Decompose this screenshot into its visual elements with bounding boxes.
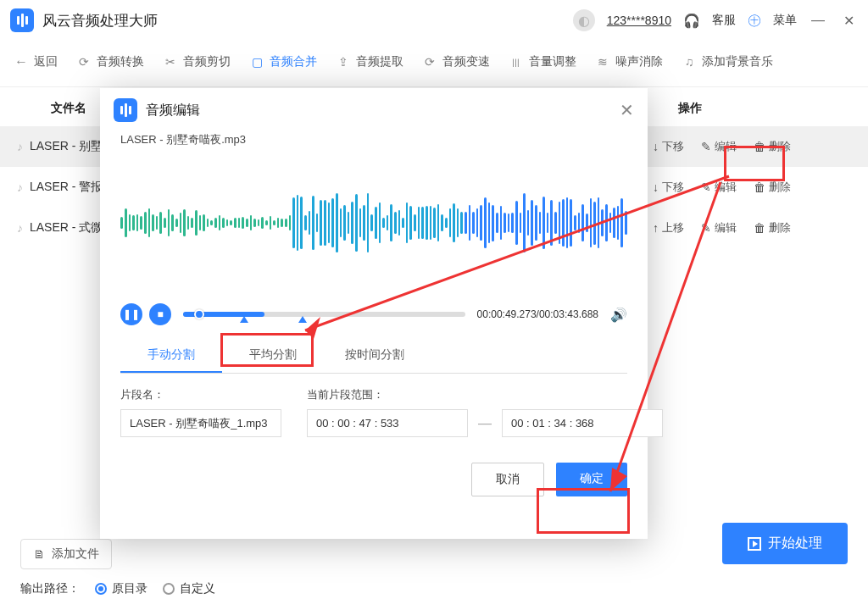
tool-bgm[interactable]: ♫添加背景音乐: [682, 54, 773, 69]
stop-button[interactable]: ■: [149, 303, 171, 325]
modal-close-icon[interactable]: ✕: [620, 100, 634, 120]
volume-icon: ⫼: [509, 54, 524, 69]
op-label: 编辑: [715, 220, 737, 236]
tab-time-split[interactable]: 按时间分割: [324, 339, 426, 373]
move-up-button[interactable]: ↑上移: [653, 220, 684, 236]
range-end-input[interactable]: [502, 409, 663, 437]
range-label: 当前片段范围：: [307, 387, 663, 402]
tool-label: 音频转换: [97, 54, 144, 69]
close-icon[interactable]: ✕: [839, 13, 858, 29]
progress-bar[interactable]: [183, 312, 465, 317]
back-button[interactable]: ←返回: [14, 54, 58, 69]
user-id-link[interactable]: 123****8910: [607, 14, 671, 27]
tool-label: 音频合并: [270, 54, 317, 69]
tool-label: 添加背景音乐: [702, 54, 773, 69]
tool-label: 音频剪切: [183, 54, 231, 69]
avatar-icon[interactable]: ◐: [573, 9, 595, 31]
add-file-button[interactable]: 🗎添加文件: [20, 539, 112, 569]
col-ops-header: 操作: [661, 101, 848, 116]
tool-label: 音频提取: [356, 54, 403, 69]
tab-avg-split[interactable]: 平均分割: [222, 339, 324, 373]
menu-button[interactable]: 菜单: [773, 13, 797, 28]
radio-unchecked-icon: [163, 583, 175, 595]
edit-button[interactable]: ✎编辑: [701, 180, 737, 195]
move-down-button[interactable]: ↓下移: [653, 139, 684, 154]
back-label: 返回: [34, 54, 58, 69]
range-end-marker[interactable]: [298, 316, 307, 323]
menu-icon[interactable]: ㊉: [748, 12, 761, 30]
pause-button[interactable]: ❚❚: [120, 303, 142, 325]
radio-checked-icon: [95, 583, 107, 595]
pencil-icon: ✎: [701, 180, 711, 194]
ok-button[interactable]: 确定: [556, 463, 627, 496]
app-title: 风云音频处理大师: [42, 11, 158, 30]
extract-icon: ⇪: [336, 54, 351, 69]
tool-convert[interactable]: ⟳音频转换: [76, 54, 144, 69]
music-note-icon: ♪: [17, 180, 23, 194]
arrow-down-icon: ↓: [653, 180, 659, 194]
tab-manual-split[interactable]: 手动分割: [120, 339, 222, 373]
radio-label: 原目录: [112, 581, 147, 596]
dash-separator: —: [478, 416, 492, 431]
merge-icon: ▢: [249, 54, 264, 69]
edit-button[interactable]: ✎编辑: [701, 220, 737, 236]
scissors-icon: ✂: [163, 54, 178, 69]
cancel-button[interactable]: 取消: [471, 463, 544, 496]
op-label: 上移: [662, 220, 684, 236]
toolbar: ←返回 ⟳音频转换 ✂音频剪切 ▢音频合并 ⇪音频提取 ⟳音频变速 ⫼音量调整 …: [0, 41, 868, 87]
title-bar: 风云音频处理大师 ◐ 123****8910 🎧 客服 ㊉ 菜单 — ✕: [0, 0, 868, 41]
start-process-button[interactable]: 开始处理: [722, 523, 848, 564]
edit-button[interactable]: ✎编辑: [701, 139, 737, 154]
support-button[interactable]: 客服: [712, 13, 736, 28]
audio-edit-modal: 音频编辑 ✕ LASER - 别墅奇喵夜.mp3 ❚❚ ■ 00:00:49.2…: [100, 88, 648, 539]
op-label: 删除: [769, 180, 791, 195]
segment-name-label: 片段名：: [120, 387, 281, 402]
op-label: 编辑: [715, 180, 737, 195]
delete-button[interactable]: 🗑删除: [754, 180, 791, 195]
tool-merge[interactable]: ▢音频合并: [249, 54, 317, 69]
range-start-input[interactable]: [307, 409, 468, 437]
modal-filename: LASER - 别墅奇喵夜.mp3: [100, 132, 648, 151]
radio-label: 自定义: [180, 581, 215, 596]
tool-label: 音频变速: [442, 54, 490, 69]
trash-icon: 🗑: [754, 221, 765, 235]
music-icon: ♫: [682, 54, 697, 69]
add-label: 添加文件: [52, 546, 99, 562]
tool-label: 噪声消除: [615, 54, 663, 69]
start-label: 开始处理: [768, 535, 822, 552]
move-down-button[interactable]: ↓下移: [653, 180, 684, 195]
time-display: 00:00:49.273/00:03:43.688: [477, 308, 598, 320]
delete-button[interactable]: 🗑删除: [754, 220, 791, 236]
delete-button[interactable]: 🗑删除: [754, 139, 791, 154]
modal-logo-icon: [114, 98, 137, 122]
music-note-icon: ♪: [17, 140, 23, 153]
progress-handle[interactable]: [194, 309, 204, 319]
op-label: 下移: [662, 180, 684, 195]
tool-cut[interactable]: ✂音频剪切: [163, 54, 231, 69]
trash-icon: 🗑: [754, 180, 765, 194]
play-icon: [748, 537, 761, 551]
music-note-icon: ♪: [17, 221, 23, 235]
tool-speed[interactable]: ⟳音频变速: [422, 54, 490, 69]
tool-label: 音量调整: [529, 54, 576, 69]
pencil-icon: ✎: [701, 221, 711, 235]
op-label: 删除: [769, 139, 791, 154]
pencil-icon: ✎: [701, 140, 711, 153]
support-icon[interactable]: 🎧: [683, 13, 700, 29]
range-start-marker[interactable]: [240, 316, 248, 323]
minimize-icon[interactable]: —: [809, 13, 827, 28]
speed-icon: ⟳: [422, 54, 437, 69]
radio-original[interactable]: 原目录: [95, 581, 147, 596]
waveform-display[interactable]: [120, 151, 627, 295]
tool-volume[interactable]: ⫼音量调整: [509, 54, 576, 69]
tool-extract[interactable]: ⇪音频提取: [336, 54, 403, 69]
tool-denoise[interactable]: ≋噪声消除: [595, 54, 663, 69]
radio-custom[interactable]: 自定义: [163, 581, 215, 596]
app-logo-icon: [10, 8, 34, 32]
arrow-up-icon: ↑: [653, 221, 659, 235]
op-label: 编辑: [715, 139, 737, 154]
convert-icon: ⟳: [76, 54, 92, 69]
volume-icon[interactable]: 🔊: [610, 307, 627, 323]
segment-name-input[interactable]: [120, 409, 281, 437]
trash-icon: 🗑: [754, 140, 765, 153]
